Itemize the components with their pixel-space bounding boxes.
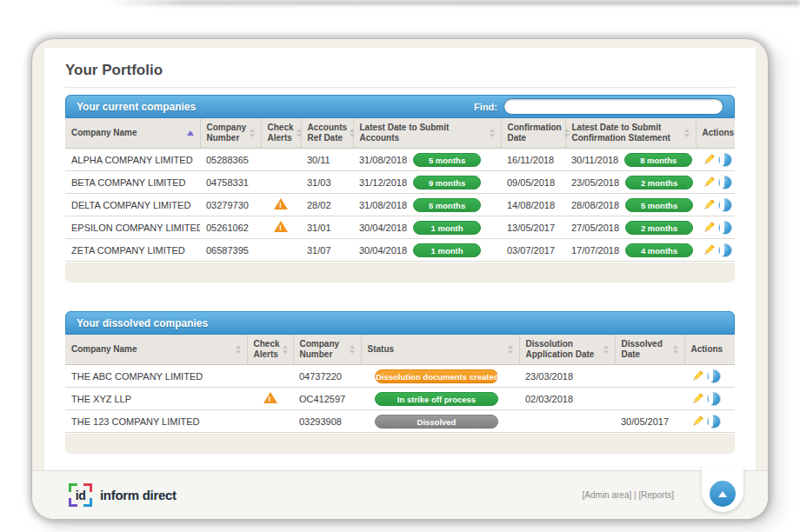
column-header-latest-date-to-submit-confirmation-statement[interactable]: Latest Date to Submit Confirmation State… (565, 118, 696, 149)
dissolution-application-date: 02/03/2018 (519, 388, 615, 410)
column-label: Latest Date to Submit Accounts (360, 123, 487, 143)
dissolved-companies-header-row: Company NameCheck AlertsCompany NumberSt… (65, 335, 735, 365)
edit-button[interactable] (702, 221, 716, 235)
links-separator: | (634, 490, 637, 500)
date-value: 27/05/2018 (571, 223, 619, 233)
table-row: BETA COMPANY LIMITED0475833131/0331/12/2… (65, 171, 735, 194)
pencil-icon (702, 176, 716, 190)
find-label: Find: (474, 102, 497, 112)
column-header-confirmation-date[interactable]: Confirmation Date (501, 118, 565, 149)
company-name: THE XYZ LLP (65, 388, 247, 410)
column-header-check-alerts[interactable]: Check Alerts (261, 118, 301, 149)
scroll-top-button[interactable] (710, 481, 736, 507)
open-company-button[interactable] (718, 221, 732, 235)
company-name: BETA COMPANY LIMITED (65, 171, 200, 194)
pencil-icon (702, 243, 716, 257)
column-label: Check Alerts (268, 123, 294, 143)
table-row: ALPHA COMPANY LIMITED0528836530/1131/08/… (65, 149, 735, 171)
edit-button[interactable] (690, 415, 704, 429)
column-label: Company Number (207, 123, 247, 143)
company-name: THE ABC COMPANY LIMITED (65, 365, 247, 388)
company-number: OC412597 (293, 388, 361, 410)
column-header-company-number[interactable]: Company Number (200, 118, 261, 149)
brand-name: inform direct (100, 488, 177, 502)
edit-button[interactable] (702, 176, 716, 190)
column-header-check-alerts[interactable]: Check Alerts (247, 335, 293, 365)
date-value: 28/08/2018 (571, 200, 619, 210)
column-header-latest-date-to-submit-accounts[interactable]: Latest Date to Submit Accounts (353, 118, 501, 149)
portfolio-window: Your Portfolio Your current companies Fi… (31, 38, 769, 520)
column-header-status[interactable]: Status (361, 335, 519, 365)
date-value: 17/07/2018 (571, 245, 619, 256)
column-label: Dissolved Date (622, 339, 670, 360)
open-company-button[interactable] (718, 153, 732, 167)
latest-accounts-cell: 31/08/20185 months (353, 149, 501, 171)
actions-cell (684, 410, 735, 433)
open-company-button[interactable] (718, 176, 732, 190)
footer: id inform direct [Admin area] | [Reports… (32, 470, 768, 519)
deadline-badge: 5 months (625, 198, 693, 212)
confirmation-date: 03/07/2017 (501, 239, 565, 262)
edit-button[interactable] (702, 198, 716, 212)
sort-arrows-icon (297, 129, 302, 137)
column-header-accounts-ref-date[interactable]: Accounts Ref Date (301, 118, 353, 149)
admin-area-link[interactable]: [Admin area] (583, 490, 632, 500)
column-label: Company Name (71, 128, 137, 138)
column-header-company-name[interactable]: Company Name (65, 118, 200, 149)
find-input[interactable] (503, 98, 723, 115)
deadline-badge: 4 months (625, 243, 693, 257)
dissolved-companies-title: Your dissolved companies (77, 317, 208, 329)
deadline-badge: 2 months (625, 221, 693, 235)
deadline-badge: 2 months (625, 176, 693, 190)
open-company-button[interactable] (718, 243, 732, 257)
column-header-company-name[interactable]: Company Name (65, 335, 247, 365)
open-company-button[interactable] (707, 415, 721, 429)
status-cell: Dissolution documents created (361, 365, 519, 388)
latest-accounts-cell: 30/04/20181 month (353, 239, 501, 262)
latest-confirmation-cell: 27/05/20182 months (565, 216, 696, 239)
sort-arrows-icon (236, 345, 241, 354)
column-header-company-number[interactable]: Company Number (293, 335, 361, 365)
column-header-actions: Actions (684, 335, 735, 365)
sort-arrows-icon (283, 345, 288, 354)
column-header-dissolution-application-date[interactable]: Dissolution Application Date (519, 335, 615, 365)
column-header-dissolved-date[interactable]: Dissolved Date (615, 335, 684, 365)
sort-ascending-icon (187, 130, 194, 136)
accounts-ref-date: 31/07 (301, 239, 353, 262)
reports-link[interactable]: [Reports] (638, 490, 674, 500)
open-company-button[interactable] (707, 392, 721, 406)
table-row: ZETA COMPANY LIMITED0658739531/0730/04/2… (65, 239, 735, 262)
sort-arrows-icon (508, 345, 513, 354)
divider (65, 87, 735, 88)
latest-confirmation-cell: 23/05/20182 months (565, 171, 696, 194)
column-label: Latest Date to Submit Confirmation State… (572, 123, 682, 143)
company-number: 03293908 (293, 410, 361, 433)
open-company-button[interactable] (718, 198, 732, 212)
warning-triangle-icon (274, 221, 288, 232)
scroll-top-tab (702, 467, 743, 512)
open-company-button[interactable] (707, 369, 721, 383)
chevron-right-circle-icon (718, 176, 732, 190)
pencil-icon (690, 415, 704, 429)
company-name: THE 123 COMPANY LIMITED (65, 410, 247, 433)
actions-cell (696, 239, 735, 262)
deadline-badge: 5 months (413, 153, 481, 167)
edit-button[interactable] (690, 392, 704, 406)
edit-button[interactable] (690, 369, 704, 383)
confirmation-date: 13/05/2017 (501, 216, 565, 239)
status-badge: Dissolution documents created (375, 369, 498, 383)
chevron-right-circle-icon (707, 369, 721, 383)
pencil-icon (702, 221, 716, 235)
dissolved-date (615, 388, 684, 410)
company-number: 05288365 (200, 149, 261, 171)
date-value: 31/08/2018 (359, 200, 407, 210)
edit-button[interactable] (702, 243, 716, 257)
edit-button[interactable] (702, 153, 716, 167)
latest-confirmation-cell: 28/08/20185 months (565, 194, 696, 216)
pencil-icon (690, 392, 704, 406)
column-header-actions: Actions (696, 118, 735, 149)
column-label: Accounts Ref Date (308, 123, 348, 143)
latest-accounts-cell: 31/12/20189 months (353, 171, 501, 194)
window-edge-shadow (104, 0, 800, 5)
status-cell: In strike off process (361, 388, 519, 410)
